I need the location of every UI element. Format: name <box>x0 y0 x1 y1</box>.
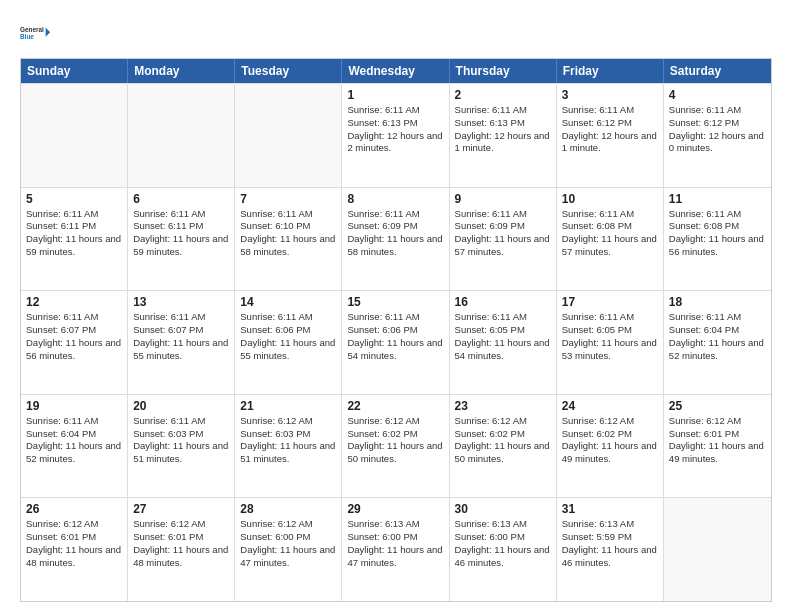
logo-icon: GeneralBlue <box>20 18 52 50</box>
day-number: 19 <box>26 399 122 413</box>
day-number: 27 <box>133 502 229 516</box>
day-info: Sunrise: 6:11 AM Sunset: 6:06 PM Dayligh… <box>240 311 336 362</box>
day-number: 7 <box>240 192 336 206</box>
header-day-sunday: Sunday <box>21 59 128 83</box>
day-number: 10 <box>562 192 658 206</box>
calendar-cell: 31Sunrise: 6:13 AM Sunset: 5:59 PM Dayli… <box>557 498 664 601</box>
calendar-row-4: 26Sunrise: 6:12 AM Sunset: 6:01 PM Dayli… <box>21 497 771 601</box>
calendar-cell: 24Sunrise: 6:12 AM Sunset: 6:02 PM Dayli… <box>557 395 664 498</box>
calendar-row-0: 1Sunrise: 6:11 AM Sunset: 6:13 PM Daylig… <box>21 83 771 187</box>
calendar-cell: 3Sunrise: 6:11 AM Sunset: 6:12 PM Daylig… <box>557 84 664 187</box>
day-info: Sunrise: 6:11 AM Sunset: 6:10 PM Dayligh… <box>240 208 336 259</box>
day-info: Sunrise: 6:11 AM Sunset: 6:04 PM Dayligh… <box>26 415 122 466</box>
calendar-cell: 21Sunrise: 6:12 AM Sunset: 6:03 PM Dayli… <box>235 395 342 498</box>
header-day-friday: Friday <box>557 59 664 83</box>
day-info: Sunrise: 6:11 AM Sunset: 6:04 PM Dayligh… <box>669 311 766 362</box>
calendar-cell: 1Sunrise: 6:11 AM Sunset: 6:13 PM Daylig… <box>342 84 449 187</box>
day-number: 23 <box>455 399 551 413</box>
day-info: Sunrise: 6:11 AM Sunset: 6:13 PM Dayligh… <box>347 104 443 155</box>
header-day-monday: Monday <box>128 59 235 83</box>
calendar-cell: 22Sunrise: 6:12 AM Sunset: 6:02 PM Dayli… <box>342 395 449 498</box>
day-info: Sunrise: 6:12 AM Sunset: 6:01 PM Dayligh… <box>26 518 122 569</box>
calendar-cell: 18Sunrise: 6:11 AM Sunset: 6:04 PM Dayli… <box>664 291 771 394</box>
calendar-cell: 9Sunrise: 6:11 AM Sunset: 6:09 PM Daylig… <box>450 188 557 291</box>
calendar-cell: 14Sunrise: 6:11 AM Sunset: 6:06 PM Dayli… <box>235 291 342 394</box>
header-day-wednesday: Wednesday <box>342 59 449 83</box>
calendar-cell: 17Sunrise: 6:11 AM Sunset: 6:05 PM Dayli… <box>557 291 664 394</box>
day-number: 13 <box>133 295 229 309</box>
calendar-cell: 2Sunrise: 6:11 AM Sunset: 6:13 PM Daylig… <box>450 84 557 187</box>
day-info: Sunrise: 6:13 AM Sunset: 6:00 PM Dayligh… <box>347 518 443 569</box>
day-info: Sunrise: 6:11 AM Sunset: 6:08 PM Dayligh… <box>669 208 766 259</box>
day-number: 30 <box>455 502 551 516</box>
day-number: 28 <box>240 502 336 516</box>
calendar-cell: 7Sunrise: 6:11 AM Sunset: 6:10 PM Daylig… <box>235 188 342 291</box>
calendar-cell: 20Sunrise: 6:11 AM Sunset: 6:03 PM Dayli… <box>128 395 235 498</box>
day-number: 20 <box>133 399 229 413</box>
calendar-cell <box>664 498 771 601</box>
calendar-cell: 10Sunrise: 6:11 AM Sunset: 6:08 PM Dayli… <box>557 188 664 291</box>
day-info: Sunrise: 6:11 AM Sunset: 6:12 PM Dayligh… <box>562 104 658 155</box>
svg-marker-2 <box>46 28 51 37</box>
calendar-cell: 12Sunrise: 6:11 AM Sunset: 6:07 PM Dayli… <box>21 291 128 394</box>
calendar-cell: 29Sunrise: 6:13 AM Sunset: 6:00 PM Dayli… <box>342 498 449 601</box>
calendar-row-3: 19Sunrise: 6:11 AM Sunset: 6:04 PM Dayli… <box>21 394 771 498</box>
day-info: Sunrise: 6:11 AM Sunset: 6:09 PM Dayligh… <box>455 208 551 259</box>
day-info: Sunrise: 6:11 AM Sunset: 6:12 PM Dayligh… <box>669 104 766 155</box>
day-info: Sunrise: 6:11 AM Sunset: 6:05 PM Dayligh… <box>455 311 551 362</box>
calendar-cell: 11Sunrise: 6:11 AM Sunset: 6:08 PM Dayli… <box>664 188 771 291</box>
calendar-cell: 30Sunrise: 6:13 AM Sunset: 6:00 PM Dayli… <box>450 498 557 601</box>
calendar-cell: 8Sunrise: 6:11 AM Sunset: 6:09 PM Daylig… <box>342 188 449 291</box>
calendar-cell: 6Sunrise: 6:11 AM Sunset: 6:11 PM Daylig… <box>128 188 235 291</box>
calendar-row-1: 5Sunrise: 6:11 AM Sunset: 6:11 PM Daylig… <box>21 187 771 291</box>
day-info: Sunrise: 6:11 AM Sunset: 6:03 PM Dayligh… <box>133 415 229 466</box>
day-info: Sunrise: 6:11 AM Sunset: 6:13 PM Dayligh… <box>455 104 551 155</box>
calendar-cell <box>21 84 128 187</box>
day-number: 31 <box>562 502 658 516</box>
day-info: Sunrise: 6:12 AM Sunset: 6:00 PM Dayligh… <box>240 518 336 569</box>
day-info: Sunrise: 6:11 AM Sunset: 6:09 PM Dayligh… <box>347 208 443 259</box>
day-info: Sunrise: 6:13 AM Sunset: 6:00 PM Dayligh… <box>455 518 551 569</box>
header-day-thursday: Thursday <box>450 59 557 83</box>
day-number: 26 <box>26 502 122 516</box>
day-number: 25 <box>669 399 766 413</box>
day-info: Sunrise: 6:12 AM Sunset: 6:02 PM Dayligh… <box>347 415 443 466</box>
day-number: 16 <box>455 295 551 309</box>
page: GeneralBlue SundayMondayTuesdayWednesday… <box>0 0 792 612</box>
calendar-cell <box>128 84 235 187</box>
day-number: 6 <box>133 192 229 206</box>
day-info: Sunrise: 6:11 AM Sunset: 6:05 PM Dayligh… <box>562 311 658 362</box>
day-number: 5 <box>26 192 122 206</box>
svg-text:Blue: Blue <box>20 33 34 40</box>
day-info: Sunrise: 6:11 AM Sunset: 6:11 PM Dayligh… <box>133 208 229 259</box>
calendar-cell: 28Sunrise: 6:12 AM Sunset: 6:00 PM Dayli… <box>235 498 342 601</box>
day-number: 3 <box>562 88 658 102</box>
day-number: 17 <box>562 295 658 309</box>
calendar: SundayMondayTuesdayWednesdayThursdayFrid… <box>20 58 772 602</box>
day-info: Sunrise: 6:12 AM Sunset: 6:01 PM Dayligh… <box>133 518 229 569</box>
calendar-row-2: 12Sunrise: 6:11 AM Sunset: 6:07 PM Dayli… <box>21 290 771 394</box>
day-info: Sunrise: 6:12 AM Sunset: 6:03 PM Dayligh… <box>240 415 336 466</box>
day-number: 15 <box>347 295 443 309</box>
day-info: Sunrise: 6:11 AM Sunset: 6:11 PM Dayligh… <box>26 208 122 259</box>
calendar-cell: 23Sunrise: 6:12 AM Sunset: 6:02 PM Dayli… <box>450 395 557 498</box>
header: GeneralBlue <box>20 18 772 50</box>
calendar-cell: 15Sunrise: 6:11 AM Sunset: 6:06 PM Dayli… <box>342 291 449 394</box>
calendar-cell: 19Sunrise: 6:11 AM Sunset: 6:04 PM Dayli… <box>21 395 128 498</box>
day-number: 22 <box>347 399 443 413</box>
day-number: 8 <box>347 192 443 206</box>
calendar-cell: 13Sunrise: 6:11 AM Sunset: 6:07 PM Dayli… <box>128 291 235 394</box>
calendar-body: 1Sunrise: 6:11 AM Sunset: 6:13 PM Daylig… <box>21 83 771 601</box>
calendar-cell <box>235 84 342 187</box>
day-number: 21 <box>240 399 336 413</box>
day-info: Sunrise: 6:11 AM Sunset: 6:08 PM Dayligh… <box>562 208 658 259</box>
day-number: 24 <box>562 399 658 413</box>
day-number: 9 <box>455 192 551 206</box>
day-info: Sunrise: 6:11 AM Sunset: 6:07 PM Dayligh… <box>26 311 122 362</box>
calendar-header: SundayMondayTuesdayWednesdayThursdayFrid… <box>21 59 771 83</box>
header-day-tuesday: Tuesday <box>235 59 342 83</box>
svg-text:General: General <box>20 26 44 33</box>
day-number: 29 <box>347 502 443 516</box>
day-number: 2 <box>455 88 551 102</box>
day-number: 14 <box>240 295 336 309</box>
